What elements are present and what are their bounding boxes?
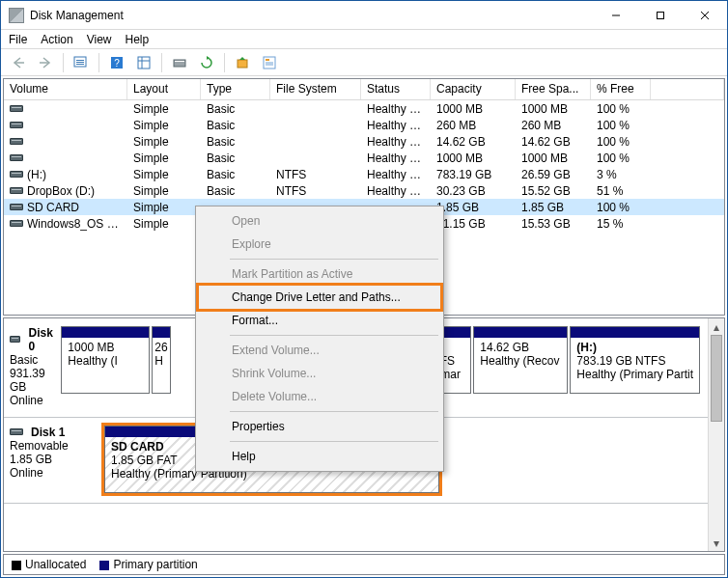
- ctx-properties[interactable]: Properties: [199, 415, 440, 438]
- rescan-button[interactable]: [195, 52, 218, 73]
- svg-text:?: ?: [114, 58, 120, 69]
- svg-rect-9: [76, 64, 84, 65]
- table-row[interactable]: (H:)SimpleBasicNTFSHealthy (P...783.19 G…: [4, 166, 724, 182]
- volume-icon: [10, 122, 23, 128]
- disk-type: Removable: [10, 439, 98, 453]
- ctx-explore: Explore: [199, 233, 440, 256]
- scroll-down-icon[interactable]: ▾: [709, 535, 724, 551]
- volume-icon: [10, 138, 23, 145]
- volume-columns-header: Volume Layout Type File System Status Ca…: [4, 79, 724, 100]
- volume-icon: [10, 187, 23, 194]
- titlebar: Disk Management: [1, 1, 727, 30]
- volume-icon: [10, 220, 23, 227]
- partition[interactable]: 26H: [152, 326, 171, 394]
- forward-button[interactable]: [34, 52, 57, 73]
- swatch-black-icon: [12, 561, 21, 570]
- details-button[interactable]: [132, 52, 155, 73]
- partition[interactable]: 14.62 GBHealthy (Recov: [473, 326, 568, 394]
- svg-rect-1: [658, 12, 664, 18]
- col-status[interactable]: Status: [361, 79, 431, 99]
- disk-icon: [10, 428, 23, 435]
- table-row[interactable]: DropBox (D:)SimpleBasicNTFSHealthy (P...…: [4, 182, 724, 199]
- properties-button[interactable]: [258, 52, 281, 73]
- svg-rect-8: [76, 62, 84, 63]
- app-icon: [9, 8, 24, 23]
- ctx-help[interactable]: Help: [199, 445, 440, 468]
- volume-icon: [10, 154, 23, 161]
- disk-name: Disk 1: [31, 426, 65, 439]
- table-row[interactable]: SimpleBasicHealthy (R...1000 MB1000 MB10…: [4, 100, 724, 117]
- disk-status: Online: [10, 394, 55, 407]
- menu-help[interactable]: Help: [126, 33, 150, 46]
- ctx-extend-volume: Extend Volume...: [199, 339, 440, 362]
- svg-rect-12: [138, 57, 150, 69]
- col-volume[interactable]: Volume: [4, 79, 127, 99]
- volume-icon: [10, 171, 23, 178]
- disk-name: Disk 0: [28, 326, 55, 353]
- menubar: File Action View Help: [1, 30, 727, 49]
- svg-marker-19: [239, 57, 245, 60]
- ctx-delete-volume: Delete Volume...: [199, 385, 440, 408]
- swatch-blue-icon: [99, 561, 109, 570]
- table-row[interactable]: SimpleBasicHealthy (E...260 MB260 MB100 …: [4, 117, 724, 133]
- window-title: Disk Management: [30, 9, 124, 22]
- col-spacer: [651, 79, 724, 99]
- menu-view[interactable]: View: [87, 33, 112, 46]
- volume-icon: [10, 105, 23, 112]
- table-row[interactable]: SimpleBasicHealthy (P...1000 MB1000 MB10…: [4, 150, 724, 166]
- legend: Unallocated Primary partition: [3, 554, 725, 575]
- col-layout[interactable]: Layout: [127, 79, 201, 99]
- partition[interactable]: 1000 MBHealthy (I: [61, 326, 150, 394]
- disk-status: Online: [10, 466, 98, 480]
- menu-action[interactable]: Action: [41, 33, 72, 46]
- back-button[interactable]: [7, 52, 30, 73]
- ctx-format[interactable]: Format...: [199, 309, 440, 332]
- ctx-open: Open: [199, 209, 440, 233]
- minimize-button[interactable]: [594, 1, 638, 30]
- legend-unallocated: Unallocated: [12, 558, 86, 571]
- scroll-thumb[interactable]: [711, 335, 722, 422]
- col-percent-free[interactable]: % Free: [591, 79, 651, 99]
- svg-rect-16: [175, 61, 184, 62]
- scroll-up-icon[interactable]: ▴: [709, 318, 724, 335]
- ctx-change-drive-letter[interactable]: Change Drive Letter and Paths...: [199, 286, 440, 309]
- ctx-mark-active: Mark Partition as Active: [199, 262, 440, 286]
- col-filesystem[interactable]: File System: [270, 79, 361, 99]
- col-type[interactable]: Type: [201, 79, 270, 99]
- menu-file[interactable]: File: [9, 33, 27, 46]
- view-dropdown-button[interactable]: [70, 52, 93, 73]
- disk-icon: [10, 336, 20, 343]
- context-menu: Open Explore Mark Partition as Active Ch…: [195, 206, 444, 472]
- refresh-button[interactable]: [168, 52, 191, 73]
- partition[interactable]: (H:)783.19 GB NTFSHealthy (Primary Parti…: [570, 326, 700, 394]
- attach-vhd-button[interactable]: [231, 52, 254, 73]
- volume-icon: [10, 204, 23, 210]
- disk-management-window: Disk Management File Action View Help ? …: [0, 0, 728, 578]
- maximize-button[interactable]: [638, 1, 683, 30]
- toolbar: ?: [1, 49, 727, 76]
- col-free-space[interactable]: Free Spa...: [516, 79, 591, 99]
- disk-size: 1.85 GB: [10, 453, 98, 466]
- svg-rect-7: [76, 60, 84, 61]
- svg-rect-18: [238, 60, 247, 68]
- disk-type: Basic: [10, 353, 55, 367]
- disk-info-0: Disk 0 Basic 931.39 GB Online: [10, 326, 55, 407]
- disk-size: 931.39 GB: [10, 367, 55, 394]
- disk-info-1: Disk 1 Removable 1.85 GB Online: [10, 426, 98, 493]
- col-capacity[interactable]: Capacity: [431, 79, 516, 99]
- ctx-shrink-volume: Shrink Volume...: [199, 362, 440, 385]
- vertical-scrollbar[interactable]: ▴ ▾: [708, 318, 724, 551]
- svg-rect-21: [266, 59, 269, 61]
- table-row[interactable]: SimpleBasicHealthy (R...14.62 GB14.62 GB…: [4, 133, 724, 150]
- legend-primary: Primary partition: [99, 558, 197, 571]
- help-button[interactable]: ?: [105, 52, 128, 73]
- close-button[interactable]: [683, 1, 727, 30]
